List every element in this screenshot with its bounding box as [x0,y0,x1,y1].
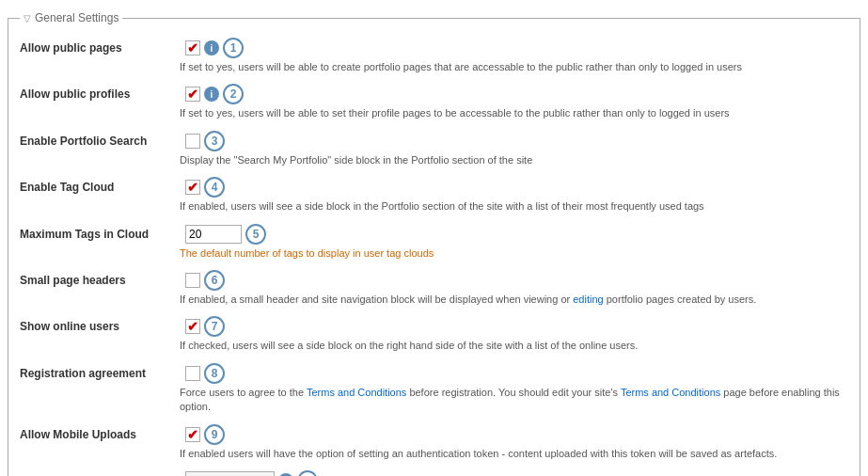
settings-row: Small page headers6If enabled, a small h… [20,264,848,310]
row-main-7: Show online users✔7 [20,316,848,337]
row-desc-1: If set to yes, users will be able to cre… [180,60,848,74]
row-label-8: Registration agreement [20,367,180,380]
info-icon-1[interactable]: i [204,40,219,56]
step-circle-1: 1 [223,38,244,58]
checkbox-6[interactable] [185,273,200,288]
checkmark-icon: ✔ [187,87,198,101]
row-controls-6: 6 [185,270,225,291]
checkmark-icon: ✔ [187,428,198,441]
settings-row: HTML editorUser definedEnabledDisabledi1… [20,465,848,476]
row-main-5: Maximum Tags in Cloud5 [20,224,848,245]
row-desc-7: If checked, users will see a side block … [180,339,848,353]
row-desc-6: If enabled, a small header and site navi… [180,293,848,307]
checkmark-icon: ✔ [187,320,198,333]
row-label-7: Show online users [20,320,180,333]
step-circle-10: 10 [297,470,318,476]
row-controls-4: ✔4 [185,177,225,198]
row-controls-8: 8 [185,363,225,384]
row-main-6: Small page headers6 [20,270,848,291]
row-controls-3: 3 [185,131,225,151]
row-main-8: Registration agreement8 [20,363,848,384]
row-desc-9: If enabled users will have the option of… [180,447,848,461]
settings-row: Enable Portfolio Search3Display the "Sea… [20,125,848,171]
max-tags-input[interactable] [185,225,242,244]
section-title: General Settings [35,11,118,24]
settings-row: Enable Tag Cloud✔4If enabled, users will… [20,171,848,217]
step-circle-6: 6 [204,270,225,291]
row-controls-2: ✔i2 [185,84,244,104]
row-main-1: Allow public pages✔i1 [20,38,848,58]
settings-row: Allow public pages✔i1If set to yes, user… [20,32,848,78]
collapse-icon[interactable]: ▽ [24,13,31,24]
row-desc-5: The default number of tags to display in… [180,246,848,261]
step-circle-4: 4 [204,177,225,198]
checkbox-8[interactable] [185,366,200,381]
step-circle-2: 2 [223,84,244,104]
row-desc-4: If enabled, users will see a side block … [180,199,848,214]
settings-row: Show online users✔7If checked, users wil… [20,310,848,357]
checkmark-icon: ✔ [187,181,198,194]
row-label-9: Allow Mobile Uploads [20,428,180,441]
row-label-5: Maximum Tags in Cloud [20,228,180,241]
row-desc-8: Force users to agree to the Terms and Co… [180,386,848,415]
row-controls-9: ✔9 [185,424,225,445]
settings-row: Registration agreement8Force users to ag… [20,357,848,419]
row-main-3: Enable Portfolio Search3 [20,131,848,151]
step-circle-9: 9 [204,424,225,445]
row-desc-2: If set to yes, users will be able to set… [180,106,848,120]
row-label-3: Enable Portfolio Search [20,135,180,148]
row-controls-1: ✔i1 [185,38,244,58]
checkbox-7[interactable]: ✔ [185,319,200,334]
row-label-4: Enable Tag Cloud [20,181,180,194]
checkbox-2[interactable]: ✔ [185,87,200,102]
section-legend: ▽ General Settings [20,11,122,24]
checkbox-1[interactable]: ✔ [185,40,200,56]
html-editor-select[interactable]: User definedEnabledDisabled [185,471,275,476]
row-main-4: Enable Tag Cloud✔4 [20,177,848,198]
row-label-2: Allow public profiles [20,87,180,101]
settings-row: Allow Mobile Uploads✔9If enabled users w… [20,419,848,465]
checkbox-4[interactable]: ✔ [185,180,200,195]
checkbox-9[interactable]: ✔ [185,427,200,442]
step-circle-7: 7 [204,316,225,337]
row-main-9: Allow Mobile Uploads✔9 [20,424,848,445]
checkbox-3[interactable] [185,134,200,149]
settings-rows: Allow public pages✔i1If set to yes, user… [20,32,848,476]
general-settings-fieldset: ▽ General Settings Allow public pages✔i1… [8,11,860,476]
row-label-6: Small page headers [20,274,180,287]
row-controls-10: User definedEnabledDisabledi10 [185,470,318,476]
step-circle-8: 8 [204,363,225,384]
settings-row: Allow public profiles✔i2If set to yes, u… [20,78,848,124]
row-label-1: Allow public pages [20,41,180,55]
settings-row: Maximum Tags in Cloud5The default number… [20,218,848,264]
row-controls-5: 5 [185,224,266,245]
step-circle-5: 5 [245,224,266,245]
step-circle-3: 3 [204,131,225,151]
row-desc-3: Display the "Search My Portfolio" side b… [180,153,848,167]
checkmark-icon: ✔ [187,41,198,55]
row-main-10: HTML editorUser definedEnabledDisabledi1… [20,470,848,476]
row-main-2: Allow public profiles✔i2 [20,84,848,104]
row-controls-7: ✔7 [185,316,225,337]
info-icon-2[interactable]: i [204,87,219,102]
page-container: ▽ General Settings Allow public pages✔i1… [0,0,868,476]
